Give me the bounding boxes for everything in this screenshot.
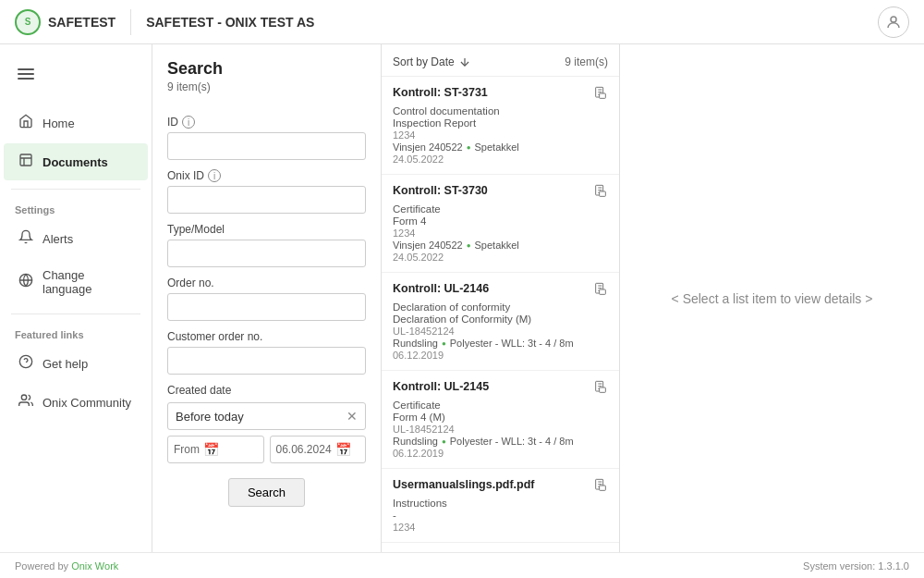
result-location: Vinsjen 240522 — [393, 141, 463, 153]
result-type: Certificate — [393, 400, 608, 411]
alerts-label: Alerts — [43, 232, 73, 246]
result-location: Vinsjen 240522 — [393, 240, 463, 251]
document-icon — [593, 86, 608, 105]
footer-powered-by: Powered by Onix Work — [15, 560, 118, 572]
sidebar-item-onix-community[interactable]: Onix Community — [4, 384, 148, 421]
svg-rect-1 — [20, 154, 31, 166]
list-item[interactable]: Usermanualslings.pdf.pdf Instructions - … — [382, 469, 619, 543]
svg-rect-16 — [600, 486, 606, 490]
app-title: SAFETEST - ONIX TEST AS — [146, 15, 878, 30]
result-subtype: - — [393, 510, 608, 521]
result-meta: Vinsjen 240522 ● Spetakkel — [393, 141, 608, 153]
sidebar-item-change-language[interactable]: Change language — [4, 259, 148, 305]
home-icon — [18, 114, 33, 132]
home-label: Home — [43, 117, 75, 130]
before-today-label: Before today — [176, 410, 244, 424]
result-title: Kontroll: UL-2145 — [393, 380, 593, 393]
main-area: Home Documents Settings Alerts Change la… — [0, 44, 924, 552]
result-tag: Polyester - WLL: 3t - 4 / 8m — [450, 338, 574, 349]
result-meta: Rundsling ● Polyester - WLL: 3t - 4 / 8m — [393, 338, 608, 349]
result-location: Rundsling — [393, 338, 438, 349]
svg-point-5 — [21, 395, 26, 400]
footer: Powered by Onix Work System version: 1.3… — [0, 552, 924, 578]
result-type: Instructions — [393, 498, 608, 509]
date-range-row: From 📅 06.06.2024 📅 — [167, 436, 366, 463]
list-item[interactable]: Kontroll: ST-3730 Certificate Form 4 123… — [382, 175, 619, 273]
list-item[interactable]: Kontroll: UL-2146 Declaration of conform… — [382, 273, 619, 371]
result-date: 06.12.2019 — [393, 448, 608, 459]
logo-text: SAFETEST — [48, 15, 116, 30]
detail-placeholder: < Select a list item to view details > — [672, 291, 873, 306]
clear-date-button[interactable]: ✕ — [346, 410, 358, 423]
change-language-label: Change language — [43, 268, 133, 296]
result-meta: Rundsling ● Polyester - WLL: 3t - 4 / 8m — [393, 436, 608, 447]
detail-panel: < Select a list item to view details > — [620, 44, 924, 552]
alerts-icon — [18, 229, 33, 248]
result-type: Declaration of conformity — [393, 301, 608, 313]
sort-label[interactable]: Sort by Date — [393, 55, 471, 68]
from-date-input[interactable]: From 📅 — [167, 436, 264, 463]
featured-links-label: Featured links — [0, 322, 152, 344]
results-header: Sort by Date 9 item(s) — [382, 44, 619, 77]
svg-rect-12 — [600, 289, 606, 294]
date-chip[interactable]: Before today ✕ — [167, 402, 366, 430]
customer-order-no-label: Customer order no. — [167, 330, 366, 343]
result-title: Kontroll: ST-3731 — [393, 86, 593, 99]
avatar[interactable] — [878, 6, 909, 38]
dot-separator: ● — [442, 339, 446, 348]
result-location: Rundsling — [393, 436, 438, 447]
to-date-value: 06.06.2024 — [276, 443, 332, 456]
dot-separator: ● — [442, 437, 446, 446]
result-id: 1234 — [393, 129, 608, 141]
hamburger-menu-button[interactable] — [7, 55, 44, 92]
sidebar-item-alerts[interactable]: Alerts — [4, 220, 148, 257]
search-button[interactable]: Search — [228, 478, 305, 507]
order-no-input[interactable] — [167, 293, 366, 321]
search-panel: Search 9 item(s) ID i Onix ID i Type/Mod… — [152, 44, 382, 552]
onix-id-label: Onix ID i — [167, 169, 366, 182]
results-panel: Sort by Date 9 item(s) Kontroll: ST-3731… — [382, 44, 620, 552]
result-date: 24.05.2022 — [393, 154, 608, 165]
onix-id-input[interactable] — [167, 186, 366, 214]
created-date-label: Created date — [167, 384, 366, 397]
result-item-header: Kontroll: ST-3731 — [393, 86, 608, 105]
document-icon — [593, 184, 608, 203]
result-date: 06.12.2019 — [393, 350, 608, 361]
footer-version: System version: 1.3.1.0 — [803, 560, 909, 572]
sidebar-item-documents[interactable]: Documents — [4, 143, 148, 180]
logo-icon: S — [15, 9, 41, 35]
type-model-input[interactable] — [167, 240, 366, 267]
svg-point-0 — [891, 17, 896, 22]
divider-1 — [11, 189, 140, 190]
to-date-input[interactable]: 06.06.2024 📅 — [270, 436, 367, 463]
result-id: UL-18452124 — [393, 424, 608, 435]
results-list: Kontroll: ST-3731 Control documentation … — [382, 77, 619, 543]
sidebar-item-get-help[interactable]: Get help — [4, 345, 148, 382]
customer-order-no-input[interactable] — [167, 347, 366, 375]
result-id: UL-18452124 — [393, 326, 608, 337]
list-item[interactable]: Kontroll: UL-2145 Certificate Form 4 (M)… — [382, 371, 619, 469]
onix-community-label: Onix Community — [43, 396, 131, 410]
result-id: 1234 — [393, 228, 608, 239]
id-input[interactable] — [167, 132, 366, 160]
result-item-header: Kontroll: UL-2146 — [393, 282, 608, 301]
onix-id-info-icon[interactable]: i — [208, 169, 221, 182]
result-type: Control documentation — [393, 105, 608, 117]
result-type: Certificate — [393, 203, 608, 215]
search-title: Search — [167, 59, 366, 79]
result-subtype: Form 4 (M) — [393, 412, 608, 423]
dot-separator: ● — [467, 143, 471, 152]
logo: S SAFETEST — [15, 9, 131, 35]
community-icon — [18, 393, 33, 412]
id-info-icon[interactable]: i — [182, 116, 195, 129]
list-item[interactable]: Kontroll: ST-3731 Control documentation … — [382, 77, 619, 175]
result-tag: Spetakkel — [475, 240, 519, 251]
footer-link[interactable]: Onix Work — [71, 560, 118, 572]
svg-rect-8 — [600, 93, 606, 98]
result-tag: Spetakkel — [475, 141, 519, 153]
from-calendar-icon: 📅 — [203, 442, 219, 457]
result-title: Kontroll: UL-2146 — [393, 282, 593, 295]
svg-rect-14 — [600, 387, 606, 392]
result-item-header: Usermanualslings.pdf.pdf — [393, 478, 608, 497]
sidebar-item-home[interactable]: Home — [4, 105, 148, 141]
